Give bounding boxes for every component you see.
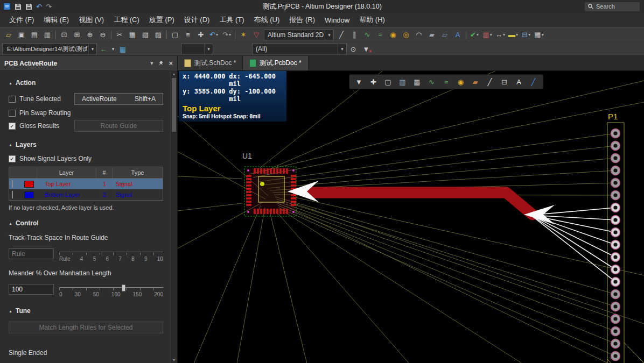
section-header-tune[interactable]: ▲ Tune <box>9 307 163 315</box>
document-path-input[interactable] <box>6 44 88 54</box>
toolbar-icon[interactable] <box>166 31 167 39</box>
cut-icon[interactable]: ✂ <box>113 29 126 41</box>
menu-item[interactable]: Window <box>320 16 354 24</box>
dropdown-arrow-icon[interactable]: ▾ <box>325 30 333 40</box>
print-icon[interactable]: ▤ <box>28 29 41 41</box>
dropdown-arrow-icon[interactable]: ▾ <box>338 44 346 54</box>
scroll-up-icon[interactable]: ▴ <box>171 70 177 77</box>
document-tab[interactable]: 测试.PcbDoc * <box>243 56 308 70</box>
redo-icon[interactable]: ↷ <box>46 3 52 10</box>
menu-item[interactable]: 编辑 (E) <box>39 15 74 25</box>
pad-icon[interactable]: ◎ <box>400 29 412 41</box>
section-header-layers[interactable]: ▲ Layers <box>9 141 163 148</box>
meander-icon[interactable]: ≈ <box>439 76 453 88</box>
select-memory-icon[interactable]: ⊙ <box>347 43 360 55</box>
meander-slider[interactable]: 03050100150200 <box>59 284 163 297</box>
crosshair-icon[interactable]: ✚ <box>366 76 381 88</box>
copper-icon[interactable]: ▰ <box>468 76 482 88</box>
layer-row[interactable]: Bottom Layer 2 Signal <box>9 189 163 200</box>
paste-array-icon[interactable]: ▨ <box>152 29 165 41</box>
fill-icon[interactable]: ▰ <box>425 29 438 41</box>
polygon-pour-icon[interactable]: ✔ <box>468 29 481 41</box>
menu-item[interactable]: 视图 (V) <box>74 15 109 25</box>
match-length-button[interactable]: Match Length Rules for Selected <box>9 322 163 333</box>
menu-item[interactable]: 文件 (F) <box>4 15 39 25</box>
document-tab[interactable]: 测试.SchDoc * <box>178 56 243 70</box>
dropdown-arrow-icon[interactable]: ▾ <box>88 44 96 54</box>
pin-icon[interactable] <box>158 60 164 66</box>
menu-item[interactable]: 布线 (U) <box>249 15 285 25</box>
layer-enable-checkbox[interactable] <box>12 191 13 198</box>
layer-sets-icon[interactable]: ⊟ <box>520 29 533 41</box>
save-icon[interactable] <box>15 3 22 10</box>
open-document-icon[interactable]: ▱ <box>2 29 15 41</box>
scroll-down-icon[interactable]: ▾ <box>171 357 177 363</box>
string-icon[interactable]: A <box>451 29 464 41</box>
menu-item[interactable]: 报告 (R) <box>284 15 320 25</box>
document-path-combo[interactable]: ▾ <box>2 44 97 54</box>
text-icon[interactable]: A <box>512 76 526 88</box>
undo-icon[interactable]: ↶ <box>36 3 42 10</box>
show-signal-layers-checkbox[interactable]: ✓ <box>9 155 16 162</box>
tune-selected-checkbox[interactable] <box>9 96 16 103</box>
cross-select-icon[interactable]: ▦ <box>116 43 129 55</box>
toolbar-icon[interactable] <box>111 31 111 39</box>
toolbar-icon[interactable] <box>235 31 235 39</box>
zoom-area-icon[interactable]: ⊞ <box>71 29 83 41</box>
rule-slider[interactable]: Rule45678910 <box>59 248 163 262</box>
via-style-icon[interactable]: ◉ <box>453 76 468 88</box>
dropdown-arrow-icon[interactable]: ▾ <box>204 44 213 54</box>
dimension-icon[interactable]: ↔ <box>494 29 507 41</box>
gloss-results-checkbox[interactable]: ✓ <box>9 123 16 130</box>
search-input[interactable]: Search <box>585 2 640 11</box>
select-area-icon[interactable]: ▢ <box>169 29 181 41</box>
zoom-fit-icon[interactable]: ⊡ <box>58 29 71 41</box>
back-history-dropdown-icon[interactable]: ▾ <box>110 43 116 55</box>
tune-diff-icon[interactable]: ≈ <box>374 29 387 41</box>
clearance-icon[interactable]: ╱ <box>482 76 497 88</box>
via-icon[interactable]: ◉ <box>387 29 400 41</box>
grid-icon[interactable]: ▦ <box>410 76 424 88</box>
drc-icon[interactable]: ▽ <box>250 29 263 41</box>
route-guide-button[interactable]: Route Guide <box>74 120 163 132</box>
align-icon[interactable]: ≡ <box>181 29 194 41</box>
filter-icon[interactable]: ▼ <box>352 76 366 88</box>
undo-icon[interactable]: ↶ <box>207 29 220 41</box>
menu-item[interactable]: 设计 (D) <box>179 15 215 25</box>
menu-item[interactable]: 放置 (P) <box>144 15 179 25</box>
polygon-icon[interactable]: ▱ <box>438 29 451 41</box>
layer-color-swatch[interactable] <box>24 191 34 198</box>
menu-item[interactable]: 工具 (T) <box>214 15 249 25</box>
cross-probe-icon[interactable]: ✚ <box>194 29 207 41</box>
activeroute-button[interactable]: ActiveRoute Shift+A <box>74 93 163 105</box>
app-icon[interactable] <box>3 3 11 10</box>
menu-item[interactable]: 工程 (C) <box>109 15 144 25</box>
filter-combo[interactable]: ▾ <box>181 44 213 54</box>
save-icon[interactable]: ▣ <box>15 29 28 41</box>
measure-icon[interactable]: ⊟ <box>497 76 512 88</box>
layer-enable-checkbox[interactable] <box>12 180 13 188</box>
panel-menu-icon[interactable]: ▾ <box>150 60 153 67</box>
view-style-combo[interactable]: Altium Standard 2D ▾ <box>264 30 334 40</box>
back-icon[interactable]: ← <box>97 43 110 55</box>
meander-input[interactable] <box>9 284 54 295</box>
paste-icon[interactable]: ▧ <box>139 29 152 41</box>
layer-row[interactable]: Top Layer 1 Signal <box>9 179 163 189</box>
section-header-control[interactable]: ▲ Control <box>9 219 163 227</box>
grid-icon[interactable]: ▦ <box>533 29 545 41</box>
zoom-out-icon[interactable]: ⊖ <box>96 29 109 41</box>
save-all-icon[interactable] <box>25 3 32 10</box>
panel-scrollbar[interactable]: ▴ ▾ <box>170 70 177 363</box>
interactive-routing-icon[interactable]: ╱ <box>335 29 348 41</box>
panel-close-icon[interactable]: × <box>169 59 173 67</box>
toolbar-icon[interactable] <box>466 31 466 39</box>
tune-length-icon[interactable]: ∿ <box>361 29 374 41</box>
route-style-icon[interactable]: ∿ <box>424 76 439 88</box>
slider-handle[interactable] <box>122 284 125 291</box>
route-icon[interactable]: ╱ <box>526 76 541 88</box>
redo-icon[interactable]: ↷ <box>220 29 233 41</box>
copy-icon[interactable]: ▦ <box>126 29 139 41</box>
pin-swap-checkbox[interactable] <box>9 110 16 117</box>
diff-pair-routing-icon[interactable]: ∥ <box>348 29 361 41</box>
statistics-icon[interactable]: ▥ <box>395 76 410 88</box>
